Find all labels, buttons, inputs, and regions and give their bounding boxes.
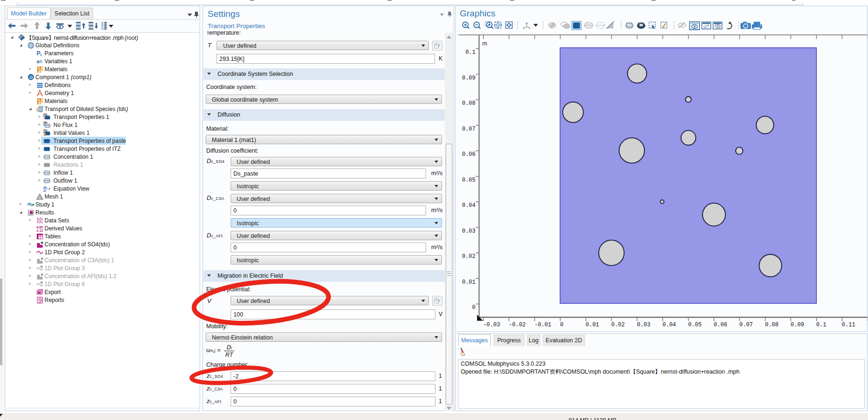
svg-text:Ω: Ω <box>30 75 33 80</box>
svg-text:0.01: 0.01 <box>586 322 599 328</box>
svg-text:0.06: 0.06 <box>714 322 727 328</box>
svg-text:m: m <box>482 40 487 47</box>
svg-text:a=: a= <box>37 59 43 64</box>
svg-text:0.1: 0.1 <box>465 49 476 56</box>
svg-text:0.04: 0.04 <box>462 202 476 209</box>
svg-text:i: i <box>40 52 42 57</box>
svg-text:0.03: 0.03 <box>462 228 476 235</box>
svg-text:-0.02: -0.02 <box>509 322 526 328</box>
svg-text:P: P <box>37 50 40 57</box>
svg-text:0.04: 0.04 <box>663 322 676 328</box>
svg-text:0.09: 0.09 <box>791 322 804 328</box>
svg-text:0.02: 0.02 <box>611 322 625 328</box>
svg-text:0.09: 0.09 <box>462 75 476 81</box>
svg-text:0.03: 0.03 <box>637 322 651 328</box>
svg-text:0.06: 0.06 <box>462 151 476 158</box>
svg-text:0: 0 <box>560 322 563 328</box>
svg-text:∂t: ∂t <box>44 189 46 192</box>
svg-text:∂u: ∂u <box>44 185 47 189</box>
svg-text:e-12: e-12 <box>37 228 43 232</box>
svg-text:0.02: 0.02 <box>462 253 476 260</box>
svg-text:8.85: 8.85 <box>37 225 43 228</box>
svg-text:-f: -f <box>48 187 50 191</box>
svg-text:0.01: 0.01 <box>462 279 476 286</box>
svg-text:-0.01: -0.01 <box>534 322 551 328</box>
svg-text:0.1: 0.1 <box>816 322 827 328</box>
svg-text:0.05: 0.05 <box>462 177 476 184</box>
svg-text:0.08: 0.08 <box>462 100 476 107</box>
svg-text:0.07: 0.07 <box>740 322 753 328</box>
svg-text:0.11: 0.11 <box>842 322 855 328</box>
svg-text:0: 0 <box>472 304 475 311</box>
svg-text:-0.03: -0.03 <box>483 322 500 328</box>
svg-text:0.08: 0.08 <box>765 322 778 328</box>
svg-text:0.05: 0.05 <box>688 322 702 328</box>
svg-text:0.07: 0.07 <box>462 126 476 133</box>
